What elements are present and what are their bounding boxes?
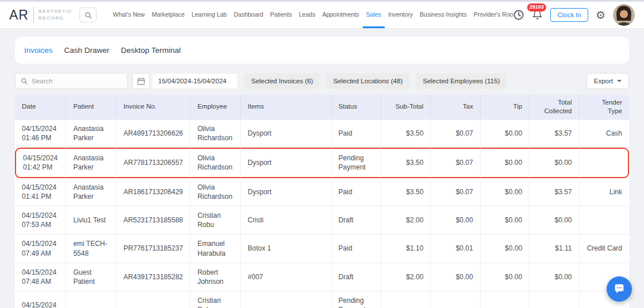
- nav-item-dashboard[interactable]: Dashboard: [230, 2, 266, 28]
- invoice-row[interactable]: 04/15/2024Cristian RobuPending Payment: [15, 291, 629, 308]
- cell-tax: $0.07: [431, 148, 480, 178]
- date-range-input[interactable]: [152, 73, 238, 89]
- cell-date: 04/15/2024 07:48 AM: [15, 263, 66, 291]
- cell-total-collected: $0.00: [530, 148, 579, 178]
- nav-item-patients[interactable]: Patients: [267, 2, 296, 28]
- column-header-employee: Employee: [190, 95, 240, 120]
- chat-bubble-icon: [613, 283, 626, 295]
- cell-employee: Emanuel Harabula: [190, 234, 240, 263]
- nav-item-sales[interactable]: Sales: [363, 2, 385, 28]
- cell-sub-total: [381, 291, 431, 308]
- cell-tip: [481, 291, 530, 308]
- cell-items: Dysport: [241, 120, 332, 148]
- cell-employee: Olivia Richardson: [190, 178, 240, 206]
- cell-date: 04/15/2024: [15, 291, 66, 308]
- time-clock-icon[interactable]: [513, 9, 524, 21]
- export-button[interactable]: Export: [586, 73, 629, 89]
- notifications-button[interactable]: 29103: [532, 9, 543, 21]
- cell-items: Dysport: [241, 148, 332, 178]
- filter-chip-selected-employees-115[interactable]: Selected Employees (115): [416, 74, 507, 88]
- search-input[interactable]: [32, 78, 122, 84]
- cell-total-collected: [530, 291, 579, 308]
- calendar-button[interactable]: [132, 73, 150, 89]
- cell-status: Pending Payment: [332, 148, 381, 178]
- cell-tip: $0.00: [481, 120, 530, 148]
- table-body: 04/15/2024 01:46 PMAnastasia ParkerAR489…: [15, 120, 629, 308]
- cell-total-collected: $0.00: [530, 206, 579, 234]
- avatar[interactable]: [613, 4, 635, 26]
- cell-invoice-no: AR4891713206626: [117, 120, 191, 148]
- app-logo[interactable]: AR AESTHETIC RECORD: [9, 7, 72, 23]
- global-search-button[interactable]: [79, 7, 97, 22]
- cell-status: Draft: [332, 206, 381, 234]
- cell-status: Paid: [332, 178, 381, 206]
- nav-item-business-insights[interactable]: Business Insights: [416, 2, 470, 28]
- topbar-right: 29103 Clock In ⚙: [513, 4, 635, 26]
- column-header-patient: Patient: [66, 95, 116, 120]
- invoice-row[interactable]: 04/15/2024 01:42 PMAnastasia ParkerAR778…: [15, 148, 629, 178]
- tab-invoices[interactable]: Invoices: [24, 46, 53, 55]
- nav-item-marketplace[interactable]: Marketplace: [148, 2, 188, 28]
- filter-chips: Selected Invoices (6)Selected Locations …: [238, 74, 507, 88]
- cell-sub-total: $1.10: [381, 234, 431, 263]
- column-header-tax: Tax: [431, 95, 480, 120]
- cell-status: Pending Payment: [332, 291, 381, 308]
- sales-tabs: InvoicesCash DrawerDesktop Terminal: [24, 46, 181, 55]
- invoice-row[interactable]: 04/15/2024 01:46 PMAnastasia ParkerAR489…: [15, 120, 629, 148]
- nav-item-leads[interactable]: Leads: [296, 2, 319, 28]
- tab-desktop-terminal[interactable]: Desktop Terminal: [121, 46, 181, 55]
- cell-total-collected: $1.11: [530, 234, 579, 263]
- column-header-status: Status: [332, 95, 381, 120]
- filter-chip-selected-locations-48[interactable]: Selected Locations (48): [326, 74, 409, 88]
- cell-items: #007: [241, 263, 332, 291]
- cell-patient: Anastasia Parker: [66, 148, 116, 178]
- nav-item-provider-s-room[interactable]: Provider's Room: [470, 2, 513, 28]
- gear-icon[interactable]: ⚙: [596, 10, 605, 21]
- nav-item-what-s-new[interactable]: What's New: [109, 2, 148, 28]
- cell-tip: $0.00: [481, 206, 530, 234]
- cell-status: Paid: [332, 120, 381, 148]
- filter-chip-selected-invoices-6[interactable]: Selected Invoices (6): [244, 74, 320, 88]
- cell-patient: [66, 291, 116, 308]
- tab-cash-drawer[interactable]: Cash Drawer: [64, 46, 110, 55]
- invoice-toolbar: Selected Invoices (6)Selected Locations …: [15, 73, 629, 89]
- cell-employee: Olivia Richardson: [190, 120, 240, 148]
- logo-divider: [33, 7, 34, 23]
- cell-date: 04/15/2024 01:42 PM: [15, 148, 66, 178]
- search-icon: [21, 78, 28, 84]
- invoice-row[interactable]: 04/15/2024 01:41 PMAnastasia ParkerAR186…: [15, 178, 629, 206]
- cell-tax: $0.07: [431, 120, 480, 148]
- cell-items: Cristi: [241, 206, 332, 234]
- cell-tender-type: [580, 148, 630, 178]
- cell-status: Draft: [332, 263, 381, 291]
- invoice-row[interactable]: 04/15/2024 07:53 AMLiviu1 TestAR52317131…: [15, 206, 629, 234]
- cell-tender-type: Cash: [580, 120, 630, 148]
- nav-item-inventory[interactable]: Inventory: [385, 2, 416, 28]
- cell-invoice-no: [117, 291, 191, 308]
- invoice-row[interactable]: 04/15/2024 07:48 AMGuest PatientAR439171…: [15, 263, 629, 291]
- clock-in-button[interactable]: Clock In: [550, 8, 588, 22]
- cell-employee: Cristian Robu: [190, 291, 240, 308]
- cell-invoice-no: PR7761713185237: [117, 234, 191, 263]
- chat-launcher-button[interactable]: [607, 276, 632, 302]
- brand-name: AESTHETIC RECORD: [39, 8, 72, 22]
- cell-sub-total: $2.00: [381, 263, 431, 291]
- notification-badge: 29103: [527, 3, 546, 11]
- invoice-row[interactable]: 04/15/2024 07:49 AMemi TECH-5548PR776171…: [15, 234, 629, 263]
- nav-item-learning-lab[interactable]: Learning Lab: [188, 2, 230, 28]
- cell-patient: Guest Patient: [66, 263, 116, 291]
- cell-tender-type: Credit Card: [580, 234, 630, 263]
- cell-patient: Anastasia Parker: [66, 120, 116, 148]
- cell-sub-total: $3.50: [381, 120, 431, 148]
- cell-tip: $0.00: [481, 178, 530, 206]
- cell-date: 04/15/2024 01:46 PM: [15, 120, 66, 148]
- cell-tax: [431, 291, 480, 308]
- cell-sub-total: $3.50: [381, 148, 431, 178]
- cell-total-collected: $0.00: [530, 263, 579, 291]
- cell-items: Botox 1: [241, 234, 332, 263]
- table-header-row: DatePatientInvoice No.EmployeeItemsStatu…: [15, 95, 629, 120]
- nav-item-appointments[interactable]: Appointments: [319, 2, 362, 28]
- column-header-sub-total: Sub-Total: [381, 95, 431, 120]
- cell-employee: Robert Johnson: [190, 263, 240, 291]
- invoice-search[interactable]: [15, 73, 128, 89]
